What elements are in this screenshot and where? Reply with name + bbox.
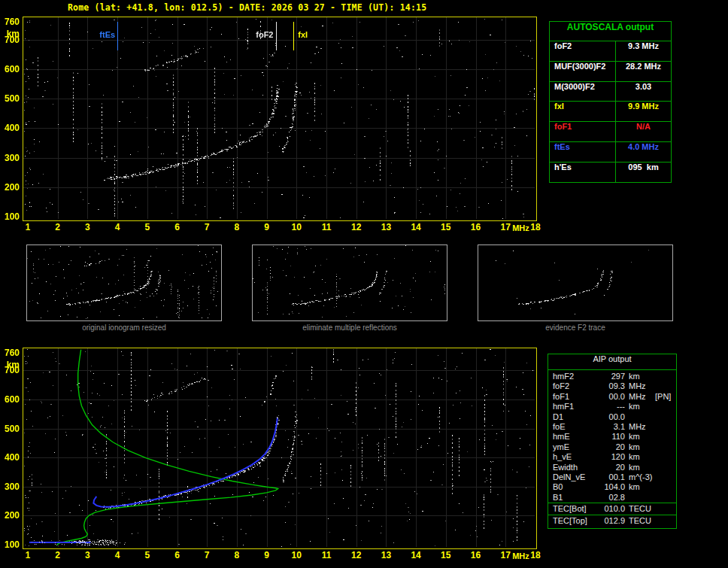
aip-table-row: DelN_vE00.1m^(-3) — [548, 472, 676, 482]
y-axis-tick-label: 300 — [0, 153, 20, 163]
aip-row-extra — [655, 432, 672, 442]
autoscala-row-label: ftEs — [550, 142, 616, 162]
aip-row-value: 297 — [599, 372, 625, 381]
x-axis-tick-label: 16 — [466, 550, 486, 560]
aip-table-row: ymE20km — [548, 442, 676, 452]
autoscala-row-label: foF2 — [550, 41, 616, 61]
x-axis-tick-label: 7 — [197, 222, 217, 232]
aip-row-name: Ewidth — [553, 463, 599, 472]
aip-row-unit: km — [625, 372, 655, 381]
profile-ionogram-plot — [23, 348, 537, 549]
aip-table-row: foE3.1MHz — [548, 422, 676, 432]
aip-row-value: 010.0 — [599, 503, 625, 515]
aip-row-name: hmE — [553, 432, 599, 442]
aip-row-extra — [655, 442, 672, 452]
aip-row-name: foE — [553, 422, 599, 432]
x-axis-tick-label: 10 — [287, 222, 306, 232]
aip-row-value: 110 — [599, 432, 625, 442]
aip-row-unit: TECU — [625, 503, 655, 515]
autoscala-row-value: 4.0 MHz — [616, 142, 671, 162]
autoscala-output-table: AUTOSCALA output foF29.3 MHzMUF(3000)F22… — [549, 21, 672, 183]
aip-row-name: hmF1 — [553, 402, 599, 412]
aip-table-row: TEC[Top]012.9TECU — [548, 515, 676, 527]
aip-row-unit: MHz — [625, 392, 655, 402]
x-axis-tick-label: 4 — [108, 222, 127, 232]
aip-row-extra — [655, 482, 672, 492]
x-axis-tick-label: 14 — [406, 222, 426, 232]
x-axis-tick-label: 14 — [406, 550, 426, 560]
x-axis-tick-label: 10 — [287, 550, 306, 560]
autoscala-table-row: fxI9.9 MHz — [550, 101, 671, 121]
aip-row-extra — [655, 503, 672, 515]
aip-row-value: 02.8 — [599, 493, 625, 503]
aip-row-unit: m^(-3) — [625, 472, 655, 482]
autoscala-row-value: 095 km — [616, 163, 671, 182]
thumbnail-original-ionogram: original ionogram resized — [26, 245, 222, 321]
y-axis-tick-label: 200 — [0, 510, 20, 521]
aip-row-unit: km — [625, 452, 655, 462]
aip-row-name: TEC[Top] — [553, 515, 599, 527]
y-axis-tick-label: 760 — [0, 17, 20, 27]
aip-table-row: B102.8 — [548, 493, 676, 503]
aip-table-row: hmE110km — [548, 432, 676, 442]
autoscala-table-row: h'Es095 km — [550, 162, 671, 182]
aip-row-value: 00.0 — [599, 412, 625, 422]
autoscala-table-row: ftEs4.0 MHz — [550, 141, 671, 162]
y-axis-tick-label: 600 — [0, 394, 20, 405]
aip-row-extra — [655, 493, 672, 503]
aip-row-unit: MHz — [625, 381, 655, 391]
y-axis-tick-label: 600 — [0, 64, 20, 74]
x-axis-tick-label: 3 — [77, 222, 97, 232]
aip-row-unit: km — [625, 432, 655, 442]
x-axis-tick-label: 4 — [108, 550, 127, 560]
x-axis-tick-label: 8 — [227, 550, 247, 560]
x-axis-tick-label: 15 — [436, 222, 456, 232]
y-axis-tick-label: 400 — [0, 123, 20, 133]
x-axis-tick-label: 13 — [376, 222, 396, 232]
x-axis-unit-label: MHz — [512, 223, 533, 232]
x-axis-tick-label: 16 — [466, 222, 486, 232]
autoscala-row-label: MUF(3000)F2 — [550, 62, 616, 81]
y-axis-tick-label: 400 — [0, 452, 20, 463]
autoscala-row-value: N/A — [616, 122, 671, 141]
x-axis-tick-label: 5 — [138, 222, 157, 232]
aip-row-extra — [655, 463, 672, 472]
y-axis-tick-label: 100 — [0, 211, 20, 222]
x-axis-tick-label: 11 — [317, 222, 336, 232]
aip-row-unit: MHz — [625, 422, 655, 432]
x-axis-tick-label: 7 — [197, 550, 217, 560]
x-axis-tick-label: 12 — [347, 222, 366, 232]
aip-table-row: foF100.0MHz[PN] — [548, 392, 676, 402]
aip-row-unit: TECU — [625, 515, 655, 527]
aip-table-row: hmF2297km — [548, 372, 676, 381]
x-axis-tick-label: 8 — [227, 222, 247, 232]
autoscala-row-value: 3.03 — [616, 82, 671, 102]
x-axis-tick-label: 2 — [48, 550, 68, 560]
thumbnail-f2-trace-canvas — [478, 245, 671, 319]
fxi-frequency-marker-label: fxI — [298, 30, 308, 39]
x-axis-tick-label: 6 — [168, 222, 187, 232]
aip-row-extra — [655, 381, 672, 391]
autoscala-row-label: M(3000)F2 — [550, 82, 616, 102]
main-ionogram-canvas — [23, 17, 535, 219]
x-axis-tick-label: 11 — [317, 550, 336, 560]
aip-row-extra — [655, 472, 672, 482]
thumbnail-original-canvas — [27, 245, 220, 319]
aip-row-unit: km — [625, 402, 655, 412]
y-axis-tick-label: 300 — [0, 481, 20, 492]
aip-row-name: ymE — [553, 442, 599, 452]
aip-row-unit — [625, 412, 655, 422]
aip-row-extra — [655, 372, 672, 381]
autoscala-table-row: M(3000)F23.03 — [550, 81, 671, 102]
aip-row-name: foF1 — [553, 392, 599, 402]
aip-table-title: AIP output — [548, 354, 676, 370]
x-axis-tick-label: 1 — [18, 550, 38, 560]
autoscala-table-row: foF29.3 MHz — [550, 41, 671, 61]
aip-row-unit: km — [625, 463, 655, 472]
aip-table-body: hmF2297kmfoF209.3MHzfoF100.0MHz[PN]hmF1-… — [548, 370, 676, 528]
aip-row-unit — [625, 493, 655, 503]
autoscala-table-row: MUF(3000)F228.2 MHz — [550, 61, 671, 81]
x-axis-unit-label: MHz — [512, 551, 533, 560]
y-axis-tick-label: 760 — [0, 348, 20, 358]
fof2-frequency-marker-label: foF2 — [245, 30, 274, 39]
